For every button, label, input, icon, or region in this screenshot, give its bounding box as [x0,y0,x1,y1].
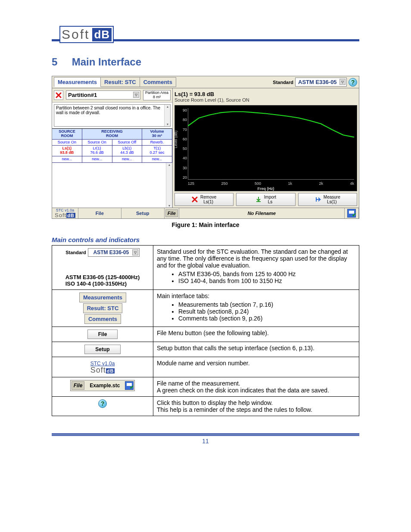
tab-measurements[interactable]: Measurements [79,292,126,302]
chevron-down-icon: ▽ [132,249,138,255]
partition-name-dropdown[interactable]: Partition#1 ▽ [66,90,140,100]
partition-area-box[interactable]: Partition Area 8 m² [143,90,171,100]
check-icon: ✔ [352,212,356,218]
grid-cell[interactable]: Source On [82,140,112,146]
logo-db: dB [92,28,112,41]
grid-cell[interactable]: Lb(1) 44.3 dB [112,146,143,156]
file-menu-button[interactable]: File [87,330,118,339]
page-footer: 11 [52,433,359,445]
check-icon: ✔ [130,384,134,390]
grid-cell[interactable]: Ls(1) 93.8 dB [52,146,82,156]
page-number: 11 [52,438,359,445]
delete-partition-button[interactable] [54,90,63,100]
control-desc: File Menu button (see the following tabl… [153,327,359,342]
control-desc: Standard used for the STC evaluation. Th… [157,248,348,269]
list-item: ISO 140-4, bands from 100 to 3150 Hz [178,277,355,284]
standard-value: ASTM E336-05 [298,79,337,85]
tab-comments[interactable]: Comments [140,77,176,87]
controls-table: Standard ASTM E336-05 ▽ ASTM E336-05 (12… [52,245,359,416]
tab-result[interactable]: Result: STC [83,303,123,313]
level-title: Ls(1) = 93.8 dB [174,91,357,97]
module-version: STC v1.0a SoftdB [52,208,78,218]
table-row: File Example.stc ✔ File name of the meas… [52,377,359,397]
measure-grid: SOURCE ROOM RECEIVING ROOM Volume 30 m³ … [52,128,172,163]
table-row: Standard ASTM E336-05 ▽ ASTM E336-05 (12… [52,246,359,290]
chevron-down-icon: ▽ [133,92,139,98]
grid-cell[interactable]: Source On [52,140,82,146]
subsection-heading: Main controls and indicators [52,236,359,243]
dropdown-option: ASTM E336-05 (125-4000Hz) [65,274,140,280]
table-row: STC v1.0a SoftdB Module name and version… [52,357,359,377]
partition-name: Partition#1 [68,92,97,98]
setup-button[interactable]: Setup [84,345,120,354]
grid-header: SOURCE ROOM [52,129,82,139]
file-menu-button[interactable]: File [78,208,121,218]
grid-cell[interactable]: new... [112,156,143,162]
control-desc: A green check on the disk icon indicates… [157,387,355,394]
brand-header: Soft dB [52,26,359,43]
grid-header: RECEIVING ROOM [82,129,142,139]
grid-cell[interactable]: new... [52,156,82,162]
remove-button[interactable]: Remove Ls(1) [174,193,234,206]
disk-icon: ✔ [125,381,134,390]
tab-result[interactable]: Result: STC [100,77,140,87]
table-row: Setup Setup button that calls the setup … [52,342,359,357]
module-version: STC v1.0a SoftdB [88,361,118,374]
file-label: File [165,209,178,217]
file-label: File [72,381,85,390]
section-title: Main Interface [72,56,141,68]
list-item: Result tab (section8, p.24) [178,308,355,315]
grid-cell[interactable]: Lr(1) 76.6 dB [82,146,112,156]
grid-header: Volume 30 m³ [142,129,172,139]
grid-cell[interactable]: new... [82,156,112,162]
partition-description[interactable]: Partition between 2 small closed rooms i… [54,104,171,127]
control-desc: Module name and version number. [153,357,359,377]
y-ticks: 9080706050403020 [177,108,187,180]
section-number: 5 [52,56,69,68]
filename-display: No Filename [179,208,345,218]
x-ticks: 1252505001k2k4k [188,181,354,186]
grid-cell[interactable]: Source Off [112,140,143,146]
save-indicator[interactable]: ✔ [345,208,359,218]
scrollbar[interactable]: ▴▾ [166,163,172,208]
example-filename: Example.stc [87,383,122,389]
table-row: Measurements Result: STC Comments Main i… [52,290,359,327]
control-desc: Click this button to display the help wi… [157,399,355,406]
list-item: Comments tab (section 9, p.26) [178,315,355,322]
play-icon [315,196,321,202]
grid-cell[interactable]: new... [142,156,172,162]
help-icon[interactable]: ? [98,399,107,408]
figure-caption: Figure 1: Main interface [52,221,359,228]
import-button[interactable]: Import Ls [236,193,295,206]
partition-area-value: 8 m² [145,95,168,100]
standard-label: Standard [65,250,86,255]
control-desc: Setup button that calls the setup interf… [153,342,359,357]
section-heading: 5 Main Interface [52,56,359,68]
list-item: ASTM E336-05, bands from 125 to 4000 Hz [178,271,355,277]
disk-icon: ✔ [347,209,356,218]
standard-dropdown[interactable]: ASTM E336-05 ▽ [88,248,140,257]
standard-dropdown[interactable]: ASTM E336-05 ▽ [295,78,347,87]
control-desc: File name of the measurement. [157,380,355,387]
help-icon[interactable]: ? [349,78,357,87]
grid-cell[interactable]: Reverb. [142,140,172,146]
measure-button[interactable]: Measure Ls(1) [298,193,357,206]
logo-soft: Soft [62,27,90,42]
spectrum-chart: Level (dB) 9080706050403020 1252505001k2… [174,105,357,191]
setup-button[interactable]: Setup [121,208,165,218]
tab-measurements[interactable]: Measurements [54,77,101,87]
chevron-down-icon: ▽ [339,79,346,85]
main-interface-screenshot: Measurements Result: STC Comments Standa… [52,76,359,219]
standard-label: Standard [273,80,293,85]
control-desc: This help is a reminder of the steps and… [157,406,355,413]
close-icon [192,196,198,202]
brand-logo: Soft dB [59,26,114,43]
filename-display: File Example.stc ✔ [70,380,135,391]
list-item: Measurements tab (section 7, p.16) [178,301,355,308]
spectrum-line [188,108,354,180]
table-row: ? Click this button to display the help … [52,397,359,416]
scrollbar[interactable]: ▴▾ [164,105,170,126]
dropdown-option: ISO 140-4 (100-3150Hz) [65,280,140,287]
grid-cell[interactable]: T(1) 0.27 sec [142,146,172,156]
tab-comments[interactable]: Comments [84,314,121,324]
